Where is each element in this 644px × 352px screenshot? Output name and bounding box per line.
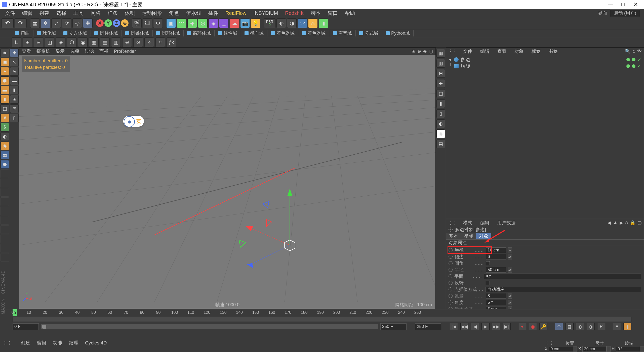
attr-value-field[interactable]: 5 ° <box>486 300 506 305</box>
menu-插件[interactable]: 插件 <box>205 10 222 17</box>
deformer-扭曲[interactable]: 扭曲 <box>12 30 33 36</box>
rt-2[interactable]: ▥ <box>436 59 445 68</box>
tl-range-slider[interactable] <box>41 324 378 329</box>
lt2-6[interactable]: ⊟ <box>10 104 19 113</box>
deformer-径向域[interactable]: 径向域 <box>241 30 267 36</box>
attr-toptab-模式[interactable]: 模式 <box>459 220 476 226</box>
menu-帮助[interactable]: 帮助 <box>341 10 358 17</box>
axis-x-toggle[interactable]: X <box>96 19 104 27</box>
layout-dropdown[interactable]: 启动 (用户) <box>610 9 640 17</box>
spinner-icon[interactable]: ▴▾ <box>508 293 512 299</box>
lt-3[interactable]: ⬢ <box>1 76 9 85</box>
lt-1[interactable]: ▣ <box>1 58 9 66</box>
t2-14[interactable]: ≈ <box>155 37 165 47</box>
lt-12[interactable]: ⬣ <box>1 160 9 169</box>
spinner-icon[interactable]: ▴▾ <box>508 300 512 305</box>
enable-check[interactable]: ✓ <box>637 57 641 62</box>
vp-icon-4[interactable]: ▢ <box>429 49 433 54</box>
menu-流水线[interactable]: 流水线 <box>183 10 205 17</box>
t2-7[interactable]: ◉ <box>78 37 88 47</box>
render-view-button[interactable]: 🎬 <box>132 18 142 28</box>
coord-pos[interactable]: 0 cm <box>549 346 573 352</box>
lt-10[interactable]: ◉ <box>1 142 9 150</box>
attr-nav-back[interactable]: ◀ <box>608 220 611 226</box>
vp-menu-选项[interactable]: 选项 <box>70 48 79 54</box>
attr-lock-icon[interactable]: 🔒 <box>630 220 635 226</box>
rotate-tool[interactable]: ⟳ <box>62 18 71 28</box>
attr-tab-坐标[interactable]: 坐标 <box>461 233 476 239</box>
attr-select[interactable]: XY <box>484 274 641 279</box>
tl-opt7[interactable]: ▮ <box>623 323 631 330</box>
attr-home-icon[interactable]: ⌂ <box>625 220 628 226</box>
viewport[interactable]: 查看摄像机显示选项过滤面板ProRender ⊞ ⊕ ◈ ▢ <box>19 48 436 309</box>
t2-15[interactable]: ƒx <box>167 37 176 47</box>
lt2-1[interactable]: ↖ <box>10 58 19 66</box>
menu-编辑[interactable]: 编辑 <box>19 10 36 17</box>
lt-11[interactable]: ▦ <box>1 151 9 159</box>
lt-7[interactable]: ↯ <box>1 114 9 122</box>
attr-toptab-编辑[interactable]: 编辑 <box>476 220 493 226</box>
vp-menu-ProRender[interactable]: ProRender <box>114 49 136 54</box>
obj-home-icon[interactable]: ⌂ <box>632 49 635 54</box>
coord-rot[interactable]: 0 ° <box>616 346 640 352</box>
redo-button[interactable]: ↷ <box>15 18 27 28</box>
tool-c[interactable]: ♨ <box>308 18 318 28</box>
tl-goend[interactable]: ▶| <box>503 323 511 330</box>
close-button[interactable]: ✕ <box>629 0 642 9</box>
menu-脚本[interactable]: 脚本 <box>307 10 324 17</box>
menu-文件[interactable]: 文件 <box>2 10 19 17</box>
menu-网格[interactable]: 网格 <box>87 10 104 17</box>
keyframe-icon[interactable] <box>449 274 452 278</box>
rt-6[interactable]: ▮ <box>436 99 445 108</box>
obj-tab-查看[interactable]: 查看 <box>493 48 510 54</box>
lt2-2[interactable]: ∿ <box>10 67 19 76</box>
tool-a[interactable]: ◐ <box>276 18 286 28</box>
menu-创建[interactable]: 创建 <box>36 10 53 17</box>
mat-tab-创建[interactable]: 创建 <box>21 340 30 346</box>
attr-nav-up[interactable]: ▲ <box>613 220 618 226</box>
t2-9[interactable]: ▤ <box>100 37 110 47</box>
visibility-dot[interactable] <box>626 58 630 61</box>
t2-8[interactable]: ▦ <box>89 37 99 47</box>
obj-search-icon[interactable]: 🔍 <box>625 49 630 54</box>
keyframe-icon[interactable] <box>449 294 453 298</box>
lt2-3[interactable]: ▬ <box>10 76 19 85</box>
light-button[interactable]: 💡 <box>251 18 260 28</box>
menu-体积[interactable]: 体积 <box>121 10 138 17</box>
generator-2[interactable]: ◎ <box>198 18 208 28</box>
ime-badge[interactable]: ☻ 英 <box>123 116 144 127</box>
psr-button[interactable]: PSR0 <box>264 18 275 28</box>
t2-2[interactable]: ⊞ <box>23 37 32 47</box>
tl-opt1[interactable]: ⊕ <box>555 323 563 330</box>
t2-3[interactable]: ⊟ <box>34 37 43 47</box>
keyframe-icon[interactable] <box>449 287 452 291</box>
coord-grip-icon[interactable]: ⋮⋮ <box>543 339 555 346</box>
tl-record[interactable]: ● <box>518 323 526 330</box>
enable-check[interactable]: ✓ <box>637 63 641 69</box>
recent-tool-2[interactable]: ✚ <box>83 18 93 28</box>
menu-INSYDIUM[interactable]: INSYDIUM <box>250 10 281 16</box>
obj-tab-编辑[interactable]: 编辑 <box>476 48 493 54</box>
lt2-5[interactable]: ⊞ <box>10 95 19 104</box>
deformer-循环体域[interactable]: 循环体域 <box>184 30 215 36</box>
tl-opt3[interactable]: ◐ <box>576 323 584 330</box>
lt2-4[interactable]: ▮ <box>10 86 19 94</box>
tl-start-field[interactable]: 0 F <box>13 323 39 330</box>
lt-5[interactable]: ▮ <box>1 95 9 104</box>
recent-tool[interactable]: ◎ <box>72 18 82 28</box>
tl-autokey[interactable]: ◉ <box>529 323 537 330</box>
rt-4[interactable]: ✚ <box>436 79 445 88</box>
attr-new-icon[interactable]: ▢ <box>637 220 642 226</box>
t2-6[interactable]: ⬡ <box>67 37 76 47</box>
tl-gostart[interactable]: |◀ <box>450 323 458 330</box>
attr-value-field[interactable]: 8 <box>486 293 506 299</box>
tl-end2-field[interactable]: 250 F <box>415 323 441 330</box>
camera-button[interactable]: 📷 <box>240 18 250 28</box>
tl-opt6[interactable]: ≡ <box>613 323 621 330</box>
vp-icon-3[interactable]: ◈ <box>423 49 427 54</box>
rt-1[interactable]: ▦ <box>436 49 445 58</box>
deformer-着色器域[interactable]: 着色器域 <box>298 30 329 36</box>
mat-tab-Cycles 4D[interactable]: Cycles 4D <box>85 340 107 346</box>
tl-playback[interactable]: ◀ <box>471 323 479 330</box>
panel-grip-icon[interactable]: ⋮⋮ <box>448 220 457 226</box>
